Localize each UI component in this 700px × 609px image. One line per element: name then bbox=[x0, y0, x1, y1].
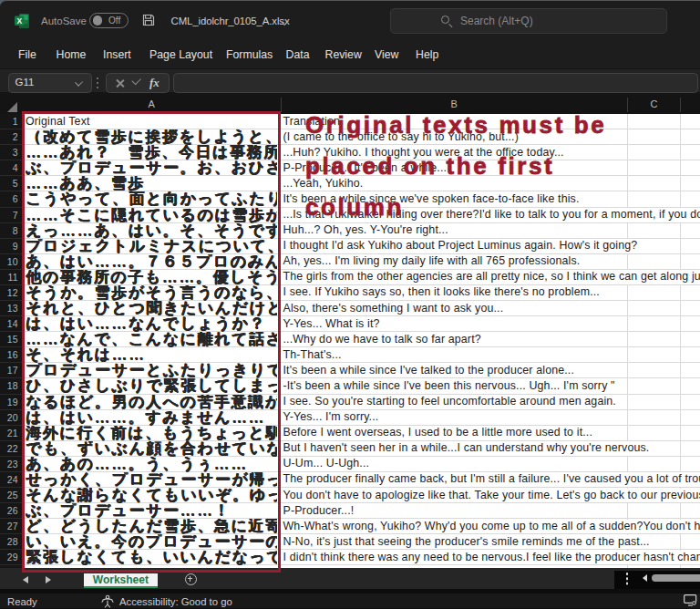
svg-text:X: X bbox=[16, 16, 22, 26]
